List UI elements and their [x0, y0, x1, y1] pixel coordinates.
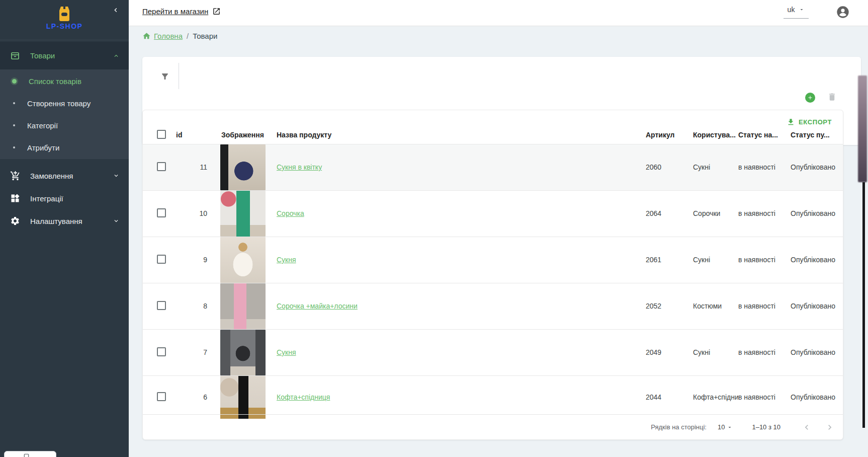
sidebar-item-product-list[interactable]: Список товарів [0, 70, 129, 92]
submenu-item-label: Категорії [27, 121, 58, 130]
row-stock-status: в наявності [738, 237, 791, 283]
row-name-cell: Сукня [266, 329, 646, 375]
pagination: Рядків на сторінці: 10 1–10 з 10 [143, 414, 843, 439]
edge-image-sliver [858, 75, 867, 182]
select-all-checkbox[interactable] [157, 130, 166, 139]
product-image[interactable] [220, 191, 266, 237]
previous-page-button[interactable] [802, 422, 812, 432]
sidebar-item-attributes[interactable]: Атрибути [0, 136, 129, 159]
external-link-icon [212, 7, 221, 16]
next-page-button[interactable] [825, 422, 835, 432]
column-header-user[interactable]: Користува... [693, 126, 738, 144]
row-checkbox-cell [143, 329, 176, 375]
row-sku: 2061 [646, 237, 693, 283]
small-tool-icon [24, 453, 29, 457]
column-header-publish[interactable]: Статус пу... [791, 126, 843, 144]
sidebar-item-products[interactable]: Товари [0, 42, 129, 69]
add-product-button[interactable] [805, 93, 815, 103]
sidebar-item-settings[interactable]: Налаштування [0, 209, 129, 233]
column-header-sku[interactable]: Артикул [646, 126, 693, 144]
product-name-link[interactable]: Сукня в квітку [277, 163, 322, 171]
row-checkbox[interactable] [157, 392, 166, 401]
filter-icon[interactable] [157, 69, 172, 84]
go-to-store-link[interactable]: Перейти в магазин [142, 7, 221, 16]
row-checkbox-cell [143, 283, 176, 329]
row-category: Сорочки [693, 190, 738, 237]
row-sku: 2064 [646, 190, 693, 237]
chevron-down-icon [113, 217, 120, 224]
row-checkbox[interactable] [157, 347, 166, 356]
row-category: Кофта+спідниц [693, 375, 738, 419]
row-stock-status: в наявності [738, 375, 791, 419]
rows-per-page-label: Рядків на сторінці: [651, 423, 707, 431]
product-image[interactable] [220, 144, 266, 190]
table-row: 7Сукня2049Сукнів наявностіОпубліковано [143, 329, 843, 375]
row-checkbox[interactable] [157, 208, 166, 217]
product-name-link[interactable]: Сорочка +майка+лосини [277, 302, 358, 310]
row-checkbox[interactable] [157, 301, 166, 310]
product-image[interactable] [220, 376, 266, 419]
product-image[interactable] [220, 330, 266, 375]
row-image-cell [210, 329, 266, 375]
active-dot-icon [12, 79, 17, 84]
home-icon [142, 32, 151, 40]
row-sku: 2049 [646, 329, 693, 375]
edge-dark-line [862, 182, 865, 428]
row-image-cell [210, 144, 266, 190]
row-name-cell: Сукня [266, 237, 646, 283]
delete-selected-button[interactable] [827, 92, 837, 102]
export-button[interactable]: ЕКСПОРТ [787, 118, 832, 126]
breadcrumb: Головна / Товари [142, 32, 217, 40]
rows-per-page-select[interactable]: 10 [718, 423, 733, 431]
product-name-link[interactable]: Сукня [277, 348, 296, 356]
bottom-left-popup[interactable] [4, 451, 56, 457]
row-checkbox[interactable] [157, 255, 166, 264]
product-name-link[interactable]: Сукня [277, 256, 296, 264]
product-name-link[interactable]: Кофта+спідниця [277, 393, 330, 401]
row-publish-status: Опубліковано [791, 144, 843, 190]
go-to-store-label: Перейти в магазин [142, 7, 208, 16]
row-checkbox[interactable] [157, 162, 166, 171]
row-publish-status: Опубліковано [791, 237, 843, 283]
row-stock-status: в наявності [738, 190, 791, 237]
sidebar-item-orders[interactable]: Замовлення [0, 164, 129, 187]
row-checkbox-cell [143, 190, 176, 237]
column-header-stock[interactable]: Статус на... [738, 126, 791, 144]
column-header-id[interactable]: id [176, 126, 210, 144]
row-checkbox-cell [143, 144, 176, 190]
row-publish-status: Опубліковано [791, 283, 843, 329]
language-select[interactable]: uk [784, 6, 809, 19]
row-id: 10 [176, 190, 210, 237]
sidebar-item-label: Товари [30, 51, 55, 60]
product-image[interactable] [220, 283, 266, 329]
row-id: 9 [176, 237, 210, 283]
topbar: Перейти в магазин uk [129, 0, 868, 26]
chevron-down-icon [113, 172, 120, 179]
sidebar-item-label: Замовлення [30, 172, 73, 180]
breadcrumb-home-link[interactable]: Головна [142, 32, 183, 40]
column-header-name[interactable]: Назва продукту [266, 126, 646, 144]
app-title: LP-SHOP [0, 22, 129, 30]
table-row: 8Сорочка +майка+лосини2052Костюмив наявн… [143, 283, 843, 329]
row-sku: 2044 [646, 375, 693, 419]
sidebar-item-categories[interactable]: Категорії [0, 114, 129, 136]
products-table: id Зображення Назва продукту Артикул Кор… [143, 126, 843, 419]
dot-icon [13, 124, 15, 126]
row-image-cell [210, 283, 266, 329]
caret-down-icon [799, 7, 805, 13]
row-sku: 2052 [646, 283, 693, 329]
row-stock-status: в наявності [738, 283, 791, 329]
row-category: Сукні [693, 329, 738, 375]
sidebar-item-create-product[interactable]: Створення товару [0, 92, 129, 114]
product-name-link[interactable]: Сорочка [277, 209, 304, 217]
chevron-up-icon [113, 52, 120, 59]
sidebar-collapse-icon[interactable] [112, 5, 120, 15]
dot-icon [13, 146, 15, 148]
row-publish-status: Опубліковано [791, 329, 843, 375]
sidebar: LP-SHOP Товари Список товарів Створення … [0, 0, 129, 457]
avatar[interactable] [836, 5, 850, 19]
row-sku: 2060 [646, 144, 693, 190]
breadcrumb-separator: / [187, 32, 189, 40]
product-image[interactable] [220, 237, 266, 283]
sidebar-item-integrations[interactable]: Інтеграції [0, 187, 129, 210]
